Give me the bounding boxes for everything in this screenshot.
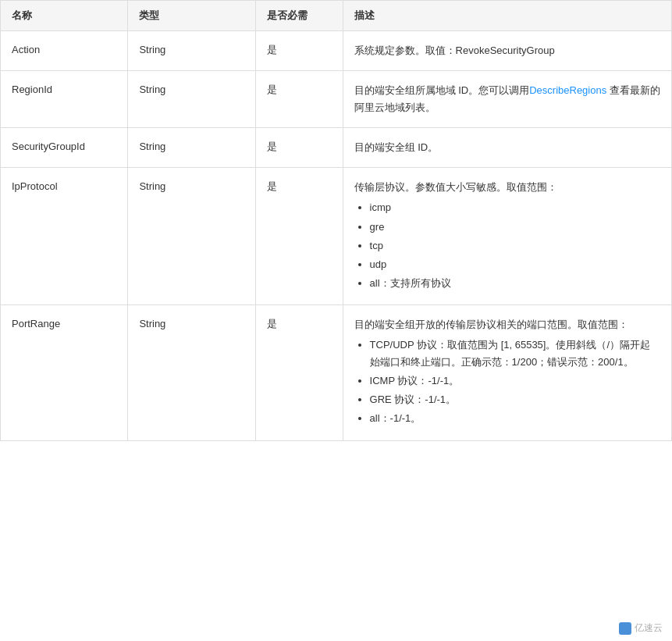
cell-type: String <box>128 71 255 128</box>
params-table: 名称 类型 是否必需 描述 ActionString是系统规定参数。取值：Rev… <box>0 0 672 441</box>
cell-description: 目的端安全组所属地域 ID。您可以调用DescribeRegions 查看最新的… <box>343 71 671 128</box>
list-item: ICMP 协议：-1/-1。 <box>370 372 660 390</box>
desc-bullet-list: icmpgretcpudpall：支持所有协议 <box>354 199 660 291</box>
list-item: tcp <box>370 237 660 255</box>
cell-type: String <box>128 128 255 168</box>
cell-required: 是 <box>255 31 343 71</box>
list-item: gre <box>370 219 660 236</box>
cell-name: SecurityGroupId <box>1 128 128 168</box>
list-item: all：支持所有协议 <box>370 275 660 292</box>
table-row: PortRangeString是目的端安全组开放的传输层协议相关的端口范围。取值… <box>1 304 672 440</box>
cell-description: 目的端安全组 ID。 <box>343 128 671 168</box>
watermark-text: 亿速云 <box>635 621 663 635</box>
desc-bullet-list: TCP/UDP 协议：取值范围为 [1, 65535]。使用斜线（/）隔开起始端… <box>354 337 660 427</box>
desc-prefix: 目的端安全组所属地域 ID。您可以调用 <box>354 84 530 96</box>
main-container: 名称 类型 是否必需 描述 ActionString是系统规定参数。取值：Rev… <box>0 0 672 641</box>
cell-description: 系统规定参数。取值：RevokeSecurityGroup <box>343 31 671 71</box>
list-item: GRE 协议：-1/-1。 <box>370 391 660 408</box>
list-item: all：-1/-1。 <box>370 410 660 427</box>
cell-name: Action <box>1 31 128 71</box>
list-item: TCP/UDP 协议：取值范围为 [1, 65535]。使用斜线（/）隔开起始端… <box>370 337 660 371</box>
list-item: udp <box>370 256 660 273</box>
table-row: SecurityGroupIdString是目的端安全组 ID。 <box>1 128 672 168</box>
desc-link[interactable]: DescribeRegions <box>529 84 606 96</box>
table-row: RegionIdString是目的端安全组所属地域 ID。您可以调用Descri… <box>1 71 672 128</box>
cell-description: 传输层协议。参数值大小写敏感。取值范围：icmpgretcpudpall：支持所… <box>343 168 671 305</box>
cell-required: 是 <box>255 128 343 168</box>
cell-required: 是 <box>255 304 343 440</box>
cell-description: 目的端安全组开放的传输层协议相关的端口范围。取值范围：TCP/UDP 协议：取值… <box>343 304 671 440</box>
cell-name: PortRange <box>1 304 128 440</box>
table-row: IpProtocolString是传输层协议。参数值大小写敏感。取值范围：icm… <box>1 168 672 305</box>
cell-type: String <box>128 31 255 71</box>
cell-name: IpProtocol <box>1 168 128 305</box>
cell-required: 是 <box>255 168 343 305</box>
cell-type: String <box>128 168 255 305</box>
watermark: 亿速云 <box>619 621 663 635</box>
table-row: ActionString是系统规定参数。取值：RevokeSecurityGro… <box>1 31 672 71</box>
cell-required: 是 <box>255 71 343 128</box>
desc-prefix: 传输层协议。参数值大小写敏感。取值范围： <box>354 181 557 193</box>
table-header-row: 名称 类型 是否必需 描述 <box>1 1 672 31</box>
header-type: 类型 <box>128 1 255 31</box>
cell-name: RegionId <box>1 71 128 128</box>
header-description: 描述 <box>343 1 671 31</box>
cell-type: String <box>128 304 255 440</box>
header-required: 是否必需 <box>255 1 343 31</box>
list-item: icmp <box>370 199 660 216</box>
header-name: 名称 <box>1 1 128 31</box>
desc-prefix: 目的端安全组开放的传输层协议相关的端口范围。取值范围： <box>354 319 628 330</box>
yisu-logo-icon <box>619 622 631 635</box>
